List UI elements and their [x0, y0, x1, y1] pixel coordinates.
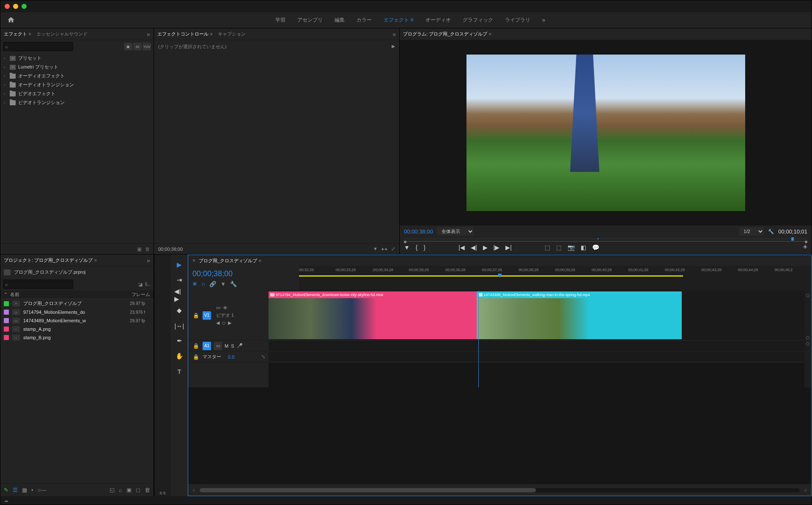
a1-target[interactable]: A1 [203, 342, 211, 350]
clip-1[interactable]: 9714794_MotionElements_downtown-boise-ci… [269, 291, 477, 339]
solo-button[interactable]: S [231, 343, 234, 349]
v1-target[interactable]: V1 [203, 311, 211, 320]
ws-more-icon[interactable]: » [542, 16, 546, 24]
tab-essential-sound[interactable]: エッセンシャルサウンド [36, 31, 88, 37]
tree-video-transitions[interactable]: ›ビデオトランジション [2, 98, 152, 107]
extract-icon[interactable]: ⬚ [556, 244, 562, 251]
button-editor-icon[interactable]: + [803, 243, 807, 252]
kf-icon[interactable]: ◇ [222, 320, 225, 326]
tree-lumetri[interactable]: ›≡Lumetri プリセット [2, 63, 152, 71]
ec-filter-icon[interactable]: ▼ [373, 246, 378, 252]
bin-row[interactable]: ≡ブログ用_クロスディゾルブ29.97 fp [0, 299, 154, 308]
bin-row[interactable]: ▭9714794_MotionElements_do23.976 f [0, 308, 154, 316]
mark-out-icon[interactable]: } [424, 244, 426, 251]
selection-tool-icon[interactable]: ▶ [174, 260, 184, 270]
track-header-master[interactable]: 🔒 マスター 0.0 ⤡ [188, 351, 269, 362]
step-back-icon[interactable]: ◀| [471, 244, 477, 251]
pencil-icon[interactable]: ✎ [4, 487, 8, 493]
tree-audio-transitions[interactable]: ›オーディオトランジション [2, 80, 152, 89]
fx-icon[interactable]: ▭ [216, 305, 220, 310]
ws-assembly[interactable]: アセンブリ [297, 16, 323, 24]
ws-library[interactable]: ライブラリ [505, 16, 530, 24]
lock-icon[interactable]: 🔒 [192, 342, 200, 350]
cloud-icon[interactable]: ☁ [4, 498, 8, 503]
close-window-icon[interactable] [5, 4, 10, 9]
program-zoom-select[interactable]: 1/2 [739, 227, 764, 236]
timeline-zoom-scrollbar[interactable] [200, 488, 800, 492]
find-icon[interactable]: ⌕ [119, 487, 122, 493]
zoom-out-icon[interactable]: ○ [192, 488, 195, 493]
panel-expand-icon[interactable]: » [147, 31, 150, 38]
master-value[interactable]: 0.0 [228, 354, 234, 360]
bin-row[interactable]: ▭14743489_MotionElements_w29.97 fp [0, 316, 154, 325]
tab-effect-controls[interactable]: エフェクトコントロール ≡ [157, 31, 213, 37]
ripple-edit-tool-icon[interactable]: ◀|▶ [174, 290, 184, 300]
track-v1[interactable]: 9714794_MotionElements_downtown-boise-ci… [269, 291, 804, 340]
ws-learn[interactable]: 学習 [275, 16, 285, 24]
col-fps[interactable]: フレーム [132, 291, 150, 298]
close-seq-icon[interactable]: × [192, 258, 195, 263]
ec-play-icon[interactable]: ▶ [392, 44, 395, 49]
lock-icon[interactable]: 🔒 [192, 353, 200, 361]
tree-video-effects[interactable]: ›ビデオエフェクト [2, 89, 152, 98]
badge-yuv-icon[interactable]: YUV [143, 43, 151, 50]
icon-view-icon[interactable]: ▦ [22, 487, 27, 493]
razor-tool-icon[interactable]: ◆ [174, 305, 184, 316]
zoom-slider-icon[interactable]: ○— [38, 487, 47, 493]
new-bin-icon[interactable]: ▣ [137, 246, 142, 252]
minimize-window-icon[interactable] [13, 4, 18, 9]
ws-color[interactable]: カラー [357, 16, 372, 24]
track-select-tool-icon[interactable]: ⇥ [174, 275, 184, 285]
program-playhead-icon[interactable] [598, 238, 598, 239]
tab-project[interactable]: プロジェクト: ブログ用_クロスディゾルブ ≡ [4, 257, 97, 263]
mark-in-icon[interactable]: { [416, 244, 418, 251]
sort-icon[interactable]: ⌃ [4, 292, 8, 297]
lift-icon[interactable]: ⬚ [545, 244, 550, 251]
bin-row[interactable]: ▫stamp_A.png [0, 325, 154, 333]
program-timecode-current[interactable]: 00;00;38;00 [404, 228, 433, 235]
program-fit-select[interactable]: 全体表示 [437, 227, 474, 236]
badge-accel-icon[interactable]: ▣ [124, 43, 132, 50]
voice-icon[interactable]: 🎤 [237, 343, 243, 349]
panel-expand-icon[interactable]: » [147, 257, 150, 264]
ws-effects[interactable]: エフェクト≡ [384, 16, 414, 24]
comparison-icon[interactable]: ◧ [581, 244, 586, 251]
list-view-icon[interactable]: ☰ [13, 487, 18, 493]
timeline-ruler[interactable]: 00;32;2900;00;33;28;00;00;34;2800;00;35;… [299, 266, 811, 291]
project-search-input[interactable] [3, 280, 73, 289]
track-a1[interactable] [269, 340, 804, 351]
track-master[interactable] [269, 351, 804, 362]
goto-out-icon[interactable]: ▶| [505, 244, 512, 251]
new-item-icon[interactable]: ◻ [136, 487, 140, 493]
playhead-line[interactable] [478, 291, 479, 387]
freeform-view-icon[interactable]: ▪ [31, 487, 33, 493]
eye-icon[interactable]: 👁 [223, 305, 228, 310]
panel-expand-icon[interactable]: » [392, 31, 396, 38]
next-kf-icon[interactable]: ▶ [228, 320, 231, 326]
badge-32-icon[interactable]: 32 [133, 43, 142, 50]
zoom-dot[interactable] [806, 294, 809, 297]
ws-editing[interactable]: 編集 [335, 16, 345, 24]
ec-expand-icon[interactable]: ⤢ [391, 246, 395, 252]
maximize-window-icon[interactable] [22, 4, 27, 9]
linked-selection-icon[interactable]: 🔗 [209, 281, 216, 287]
zoom-dot[interactable] [806, 336, 809, 340]
track-header-v1[interactable]: 🔒 V1 ▭👁 ビデオ 1 ◀◇▶ [188, 291, 269, 340]
timeline-timecode[interactable]: 00;00;38;00 [192, 269, 295, 278]
add-marker-icon[interactable]: ▼ [404, 244, 410, 251]
program-viewer[interactable] [400, 40, 812, 225]
work-area-bar[interactable] [299, 275, 683, 277]
export-frame-icon[interactable]: 📷 [568, 244, 575, 251]
prev-kf-icon[interactable]: ◀ [216, 320, 219, 326]
step-fwd-icon[interactable]: |▶ [494, 244, 500, 251]
lock-icon[interactable]: 🔒 [192, 311, 200, 320]
sequence-tab[interactable]: ブログ用_クロスディゾルブ ≡ [199, 258, 261, 264]
ws-audio[interactable]: オーディオ [425, 16, 451, 24]
collapse-icon[interactable]: ⤡ [261, 354, 265, 360]
track-content-area[interactable]: 9714794_MotionElements_downtown-boise-ci… [269, 291, 804, 387]
effects-search-input[interactable] [3, 42, 73, 51]
timeline-empty-area[interactable] [188, 387, 811, 484]
play-icon[interactable]: ▶ [483, 244, 488, 251]
trash-icon[interactable]: 🗑 [145, 246, 150, 252]
zoom-dot[interactable] [806, 342, 809, 346]
